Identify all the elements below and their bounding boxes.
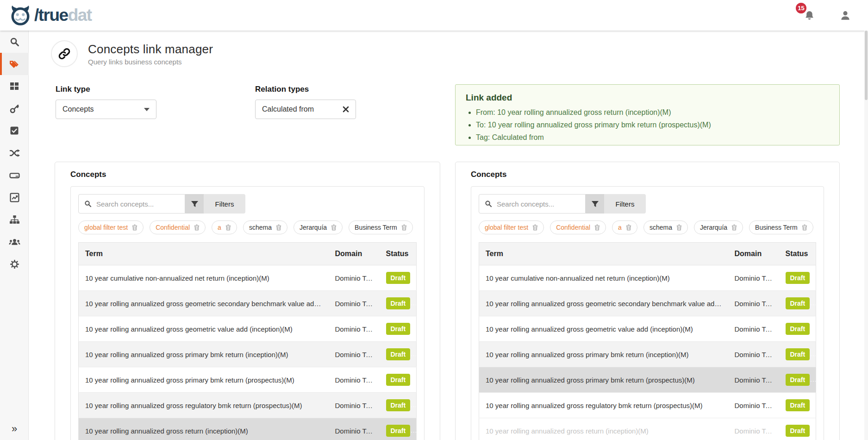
- sidebar-collapse-button[interactable]: »: [0, 421, 29, 437]
- column-header-domain: Domain: [329, 243, 380, 265]
- table-row[interactable]: 10 year rolling annualized gross regulat…: [79, 393, 417, 418]
- trash-icon[interactable]: [626, 224, 631, 231]
- status-badge: Draft: [386, 297, 411, 309]
- filter-tag[interactable]: schema: [643, 220, 688, 234]
- status-cell: Draft: [380, 316, 417, 342]
- trash-icon[interactable]: [676, 224, 682, 231]
- status-cell: Draft: [779, 265, 816, 291]
- sidebar-item-users[interactable]: [0, 231, 29, 253]
- trash-icon[interactable]: [802, 224, 807, 231]
- table-row[interactable]: 10 year rolling annualized gross return …: [479, 418, 816, 440]
- filter-tag[interactable]: a: [612, 220, 637, 234]
- sidebar-item-dashboards[interactable]: [0, 75, 29, 97]
- filter-tag-label: Jerarquía: [700, 224, 727, 231]
- sidebar-item-analytics[interactable]: [0, 186, 29, 208]
- clear-icon[interactable]: [343, 106, 349, 113]
- trash-icon[interactable]: [276, 224, 281, 231]
- sidebar-item-settings[interactable]: [0, 253, 29, 275]
- user-menu[interactable]: [839, 9, 851, 21]
- filter-tag-label: a: [618, 224, 622, 231]
- status-badge: Draft: [386, 272, 411, 284]
- table-row[interactable]: 10 year rolling annualized gross geometr…: [479, 291, 816, 316]
- sidebar-item-search[interactable]: [0, 31, 29, 53]
- topbar: /truedat 15: [0, 0, 868, 31]
- table-row[interactable]: 10 year cumulative non-annualized net re…: [79, 265, 417, 291]
- trash-icon[interactable]: [225, 224, 231, 231]
- domain-cell: Dominio Test: [329, 418, 380, 440]
- status-cell: Draft: [779, 393, 816, 418]
- filters-button[interactable]: Filters: [604, 194, 646, 214]
- search-input[interactable]: [96, 200, 170, 208]
- trash-icon[interactable]: [594, 224, 600, 231]
- status-badge: Draft: [786, 323, 810, 335]
- term-cell: 10 year rolling annualized gross primary…: [79, 342, 329, 367]
- table-row[interactable]: 10 year rolling annualized gross geometr…: [79, 291, 417, 316]
- filter-tag[interactable]: a: [212, 220, 237, 234]
- sidebar-item-permissions[interactable]: [0, 97, 29, 119]
- term-cell: 10 year rolling annualized gross return …: [79, 418, 329, 440]
- shuffle-icon: [9, 148, 20, 158]
- table-row[interactable]: 10 year rolling annualized gross primary…: [479, 367, 816, 393]
- domain-cell: Dominio Test: [728, 316, 779, 342]
- sidebar-item-structures[interactable]: [0, 164, 29, 186]
- trash-icon[interactable]: [194, 224, 200, 231]
- status-badge: Draft: [786, 272, 810, 284]
- search-input[interactable]: [497, 200, 571, 208]
- filter-tag[interactable]: schema: [243, 220, 287, 234]
- trash-icon[interactable]: [132, 224, 137, 231]
- funnel-icon-button[interactable]: [586, 194, 604, 214]
- main-content: Concepts link manager Query links busine…: [29, 31, 864, 440]
- domain-cell: Dominio Test: [329, 342, 380, 367]
- filter-tag[interactable]: Confidential: [150, 220, 206, 234]
- link-type-select[interactable]: Concepts: [56, 100, 156, 119]
- table-row[interactable]: 10 year rolling annualized gross primary…: [79, 342, 417, 367]
- alert-title: Link added: [466, 93, 829, 103]
- trash-icon[interactable]: [532, 224, 538, 231]
- truedat-logo[interactable]: /truedat: [9, 5, 92, 26]
- domain-cell: Dominio Test: [728, 393, 779, 418]
- grid-icon: [10, 82, 19, 91]
- filter-tag[interactable]: Business Term: [349, 220, 413, 234]
- term-cell: 10 year rolling annualized gross geometr…: [79, 316, 329, 342]
- sitemap-icon: [9, 215, 20, 225]
- alert-item: Tag: Calculated from: [476, 133, 829, 142]
- sidebar-item-glossary[interactable]: [0, 53, 29, 75]
- table-row[interactable]: 10 year rolling annualized gross regulat…: [479, 393, 816, 418]
- table-row[interactable]: 10 year rolling annualized gross return …: [79, 418, 417, 440]
- filters-button[interactable]: Filters: [204, 194, 245, 214]
- alert-item: From: 10 year rolling annualized gross r…: [476, 108, 829, 117]
- filter-tag[interactable]: global filter test: [479, 220, 544, 234]
- filter-tag[interactable]: global filter test: [78, 220, 144, 234]
- filter-tag[interactable]: Jerarquía: [293, 220, 343, 234]
- table-row[interactable]: 10 year cumulative non-annualized net re…: [479, 265, 816, 291]
- status-cell: Draft: [380, 291, 417, 316]
- trash-icon[interactable]: [731, 224, 737, 231]
- funnel-icon-button[interactable]: [185, 194, 204, 214]
- chart-icon: [10, 193, 19, 202]
- filter-tag[interactable]: Confidential: [550, 220, 606, 234]
- status-badge: Draft: [386, 425, 411, 437]
- status-badge: Draft: [786, 425, 810, 437]
- scrollbar-thumb[interactable]: [865, 31, 868, 100]
- alert-item: To: 10 year rolling annualized gross pri…: [476, 121, 829, 129]
- page-scrollbar[interactable]: [864, 31, 868, 440]
- filter-tags: global filter test Confidential: [78, 220, 417, 234]
- notifications-bell[interactable]: 15: [804, 10, 815, 21]
- search-icon: [10, 37, 19, 47]
- filter-tag[interactable]: Jerarquía: [694, 220, 743, 234]
- table-row[interactable]: 10 year rolling annualized gross primary…: [479, 342, 816, 367]
- trash-icon[interactable]: [401, 224, 407, 231]
- filter-tag[interactable]: Business Term: [749, 220, 813, 234]
- trash-icon[interactable]: [331, 224, 337, 231]
- relation-types-select[interactable]: Calculated from: [255, 100, 356, 119]
- term-cell: 10 year rolling annualized gross primary…: [479, 342, 728, 367]
- page-title: Concepts link manager: [88, 42, 213, 57]
- table-row[interactable]: 10 year rolling annualized gross primary…: [79, 367, 417, 393]
- sidebar-item-quality[interactable]: [0, 119, 29, 142]
- check-square-icon: [10, 126, 19, 135]
- sidebar-item-taxonomy[interactable]: [0, 208, 29, 231]
- sidebar-item-lineage[interactable]: [0, 142, 29, 164]
- status-cell: Draft: [380, 367, 417, 393]
- table-row[interactable]: 10 year rolling annualized gross geometr…: [479, 316, 816, 342]
- table-row[interactable]: 10 year rolling annualized gross geometr…: [79, 316, 417, 342]
